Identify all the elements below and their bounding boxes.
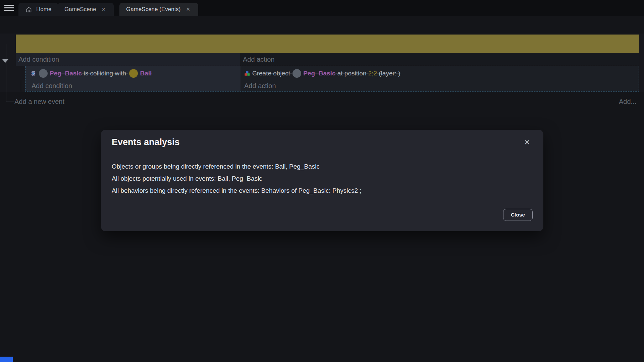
add-condition-button[interactable]: Add condition bbox=[16, 53, 240, 66]
dialog-title: Events analysis bbox=[112, 137, 180, 147]
hamburger-menu-icon[interactable] bbox=[4, 5, 14, 11]
add-new-event-button[interactable]: Add a new event bbox=[14, 98, 64, 106]
add-condition-button[interactable]: Add condition bbox=[25, 81, 240, 91]
add-action-button[interactable]: Add action bbox=[240, 81, 639, 91]
close-button[interactable]: Close bbox=[503, 209, 533, 221]
physics-behavior-icon bbox=[30, 70, 36, 76]
event-row-selected[interactable]: Peg_Basic is colliding with Ball Add con… bbox=[25, 66, 639, 92]
close-icon[interactable]: ✕ bbox=[185, 6, 192, 13]
selected-event-highlight-bar[interactable] bbox=[16, 35, 639, 53]
close-icon[interactable]: ✕ bbox=[100, 6, 107, 13]
top-add-condition-cell[interactable]: Add condition bbox=[16, 53, 240, 66]
tab-label: GameScene (Events) bbox=[126, 6, 181, 13]
tab-label: Home bbox=[36, 6, 51, 13]
tab-label: GameScene bbox=[64, 6, 96, 13]
analysis-line-behaviors-referenced: All behaviors being directly referenced … bbox=[112, 185, 362, 197]
toolbar: Preview Publish bbox=[0, 16, 644, 34]
condition-object-name: Ball bbox=[140, 70, 152, 77]
tab-bar: Home GameScene ✕ GameScene (Events) ✕ bbox=[0, 0, 644, 16]
add-more-button[interactable]: Add... bbox=[619, 98, 636, 106]
action-text: Create object bbox=[252, 70, 292, 77]
action-line[interactable]: Create object Peg_Basic at position 2;2 … bbox=[240, 66, 639, 81]
action-object-name: Peg_Basic bbox=[303, 70, 335, 77]
tab-gamescene[interactable]: GameScene ✕ bbox=[58, 3, 114, 16]
close-icon[interactable]: ✕ bbox=[524, 138, 530, 146]
create-object-icon bbox=[244, 70, 250, 77]
action-text: at position bbox=[335, 70, 368, 77]
corner-indicator bbox=[0, 357, 13, 362]
tab-home[interactable]: Home bbox=[18, 3, 58, 16]
condition-line[interactable]: Peg_Basic is colliding with Ball bbox=[25, 66, 240, 81]
event-tree-line bbox=[6, 102, 14, 102]
app-window: Home GameScene ✕ GameScene (Events) ✕ bbox=[0, 0, 644, 362]
analysis-line-objects-referenced: Objects or groups being directly referen… bbox=[112, 161, 362, 173]
object-thumbnail-peg-basic bbox=[292, 69, 301, 78]
action-text: (layer: ) bbox=[377, 70, 400, 77]
event-actions-cell[interactable]: Create object Peg_Basic at position 2;2 … bbox=[240, 66, 639, 91]
event-conditions-cell[interactable]: Peg_Basic is colliding with Ball Add con… bbox=[25, 66, 240, 91]
add-action-button[interactable]: Add action bbox=[240, 53, 639, 66]
collapse-event-icon[interactable] bbox=[2, 59, 8, 63]
event-tree-line bbox=[21, 80, 21, 92]
events-analysis-dialog: Events analysis ✕ Objects or groups bein… bbox=[101, 130, 543, 231]
analysis-line-objects-used: All objects potentially used in events: … bbox=[112, 173, 362, 185]
dialog-body: Objects or groups being directly referen… bbox=[112, 161, 362, 197]
condition-text: is colliding with bbox=[82, 70, 128, 77]
top-add-action-cell[interactable]: Add action bbox=[240, 53, 639, 66]
event-tree-line bbox=[6, 44, 6, 102]
condition-object-name: Peg_Basic bbox=[50, 70, 82, 77]
action-position-value: 2;2 bbox=[368, 70, 377, 77]
home-icon bbox=[25, 6, 32, 13]
tab-gamescene-events[interactable]: GameScene (Events) ✕ bbox=[119, 3, 198, 16]
object-thumbnail-peg-basic bbox=[39, 69, 48, 78]
object-thumbnail-ball bbox=[129, 69, 138, 78]
